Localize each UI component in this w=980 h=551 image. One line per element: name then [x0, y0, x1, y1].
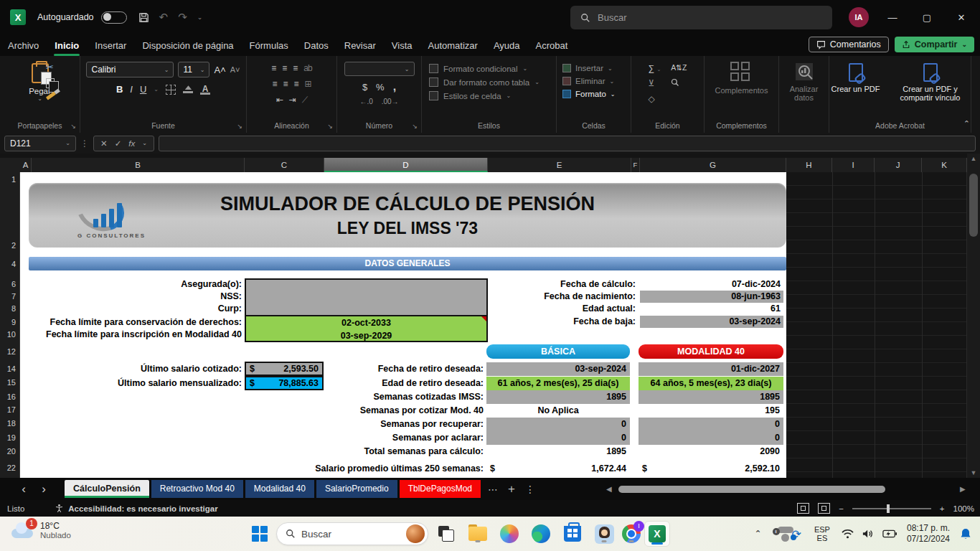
number-format-select[interactable]: ⌄ — [344, 62, 415, 76]
formula-bar-handle[interactable]: ⋮ — [80, 138, 89, 149]
undo-icon[interactable]: ↶ — [159, 11, 169, 24]
row-header[interactable]: 8 — [1, 303, 16, 314]
sheet-tab-modalidad40[interactable]: Modalidad 40 — [245, 480, 314, 498]
mod40-cell[interactable]: 195 — [639, 404, 783, 418]
row-header[interactable]: 18 — [1, 418, 16, 429]
font-dialog-launcher[interactable]: ↘ — [237, 123, 242, 130]
weather-widget[interactable]: 1 18°C Nublado — [10, 521, 71, 540]
tab-insertar[interactable]: Insertar — [87, 37, 134, 55]
format-cells-button[interactable]: Formato ⌄ — [557, 90, 631, 98]
comments-button[interactable]: Comentarios — [809, 37, 889, 52]
page-layout-view-button[interactable] — [797, 503, 809, 514]
tab-formulas[interactable]: Fórmulas — [242, 37, 296, 55]
italic-button[interactable]: I — [130, 84, 133, 95]
create-pdf-button[interactable]: Crear un PDF — [831, 63, 881, 102]
mod40-cell[interactable]: 0 — [639, 431, 783, 445]
maximize-button[interactable]: ▢ — [913, 0, 941, 34]
zoom-slider-handle[interactable] — [887, 504, 890, 513]
tab-disposicion[interactable]: Disposición de página — [134, 37, 241, 55]
tab-ayuda[interactable]: Ayuda — [486, 37, 528, 55]
column-header[interactable]: A — [20, 158, 32, 172]
sheet-tab-tbldepagosmod[interactable]: TblDePagosMod — [400, 480, 481, 498]
share-button[interactable]: Compartir ⌄ — [895, 37, 974, 52]
tab-revisar[interactable]: Revisar — [336, 37, 384, 55]
row-header[interactable]: 6 — [1, 278, 16, 290]
borders-button[interactable] — [166, 85, 176, 95]
basica-cell[interactable]: No Aplica — [486, 404, 630, 418]
volume-icon[interactable] — [862, 529, 874, 539]
formula-input[interactable] — [159, 136, 976, 151]
row-header[interactable]: 16 — [1, 391, 16, 402]
conditional-formatting-button[interactable]: Formato condicional ⌄ — [422, 64, 556, 73]
accessibility-status[interactable]: Accesibilidad: es necesario investigar — [55, 504, 217, 513]
basica-cell[interactable]: 61 años, 2 mes(es), 25 dia(s) — [486, 377, 630, 390]
excel-app-icon[interactable]: X — [10, 9, 26, 25]
new-sheet-button[interactable]: + — [508, 482, 515, 496]
row-header[interactable]: 12 — [1, 346, 16, 357]
customize-qat-icon[interactable]: ⌄ — [197, 14, 203, 21]
bold-button[interactable]: B — [116, 84, 123, 95]
horizontal-scrollbar[interactable] — [614, 485, 956, 494]
row-header[interactable]: 17 — [1, 404, 16, 415]
underline-button[interactable]: U — [140, 84, 146, 95]
row-header[interactable]: 22 — [1, 462, 16, 474]
clear-button[interactable]: ◇ — [649, 94, 661, 104]
prev-sheet-button[interactable]: ‹ — [14, 482, 33, 496]
scroll-down-arrow[interactable]: ▼ — [967, 469, 980, 476]
tab-archivo[interactable]: Archivo — [0, 37, 47, 55]
row-header[interactable]: 15 — [1, 377, 16, 388]
file-explorer-button[interactable] — [468, 524, 488, 544]
column-header[interactable]: J — [875, 158, 922, 172]
hscroll-thumb[interactable] — [618, 486, 885, 493]
autosave-toggle[interactable] — [101, 11, 127, 24]
notification-bell-icon[interactable] — [960, 528, 971, 540]
column-header-selected[interactable]: D — [324, 158, 488, 172]
tab-acrobat[interactable]: Acrobat — [528, 37, 576, 55]
column-header[interactable]: E — [488, 158, 631, 172]
task-view-button[interactable] — [436, 524, 456, 544]
tab-vista[interactable]: Vista — [384, 37, 420, 55]
scroll-up-arrow[interactable]: ▲ — [967, 155, 980, 162]
zoom-level[interactable]: 100% — [953, 504, 974, 513]
basica-cell[interactable]: 1895 — [486, 390, 630, 404]
page-break-view-button[interactable] — [818, 503, 830, 514]
mod40-cell[interactable]: 0 — [639, 418, 783, 431]
mod40-cell[interactable]: 64 años, 5 mes(es), 23 dia(s) — [639, 377, 783, 390]
cut-icon[interactable]: ✂ — [46, 62, 56, 72]
save-icon[interactable] — [138, 12, 149, 23]
user-avatar[interactable]: IA — [849, 7, 869, 27]
mod40-cell[interactable]: $2,592.10 — [639, 462, 783, 476]
align-middle-row[interactable]: ≡≡≡⊞ — [272, 79, 311, 89]
field-value[interactable]: 07-dic-2024 — [640, 278, 783, 291]
increase-decimal-button[interactable]: ←.0 — [359, 98, 372, 105]
hscroll-left-arrow[interactable]: ◀ — [606, 485, 612, 493]
hscroll-right-arrow[interactable]: ▶ — [960, 485, 966, 493]
comma-format-button[interactable]: , — [393, 80, 396, 93]
update-pending-icon[interactable]: ⟳ — [792, 527, 801, 541]
minimize-button[interactable]: — — [878, 0, 907, 34]
chrome-button[interactable]: I — [621, 524, 641, 544]
language-indicator[interactable]: ESP ES — [814, 525, 830, 542]
basica-cell[interactable]: 0 — [486, 431, 630, 445]
column-header[interactable]: F — [631, 158, 640, 172]
row-header[interactable]: 7 — [1, 291, 16, 302]
insert-function-icon[interactable]: fx — [128, 139, 135, 148]
copy-icon[interactable] — [46, 78, 55, 88]
mod40-cell[interactable]: 01-dic-2027 — [639, 362, 783, 376]
row-header[interactable]: 14 — [1, 363, 16, 375]
hidden-icons-chevron[interactable]: ⌃ — [754, 529, 761, 539]
vscroll-thumb[interactable] — [969, 174, 978, 237]
field-value[interactable]: 03-sep-2024 — [640, 316, 783, 328]
name-box[interactable]: D121 ⌄ — [4, 136, 76, 151]
column-header[interactable]: H — [786, 158, 832, 172]
column-header[interactable]: C — [245, 158, 324, 172]
sheet-tab-calculopension[interactable]: CálculoPensión — [65, 480, 149, 498]
mod40-cell[interactable]: 1895 — [639, 390, 783, 404]
vertical-scrollbar[interactable]: ▲ ▼ — [967, 154, 980, 478]
row-header[interactable]: 10 — [1, 329, 16, 340]
battery-charging-icon[interactable] — [882, 529, 897, 538]
row-header[interactable]: 4 — [1, 258, 16, 270]
insert-cells-button[interactable]: Insertar ⌄ — [557, 64, 631, 72]
row-header[interactable]: 2 — [1, 240, 16, 251]
start-button[interactable] — [250, 524, 270, 544]
